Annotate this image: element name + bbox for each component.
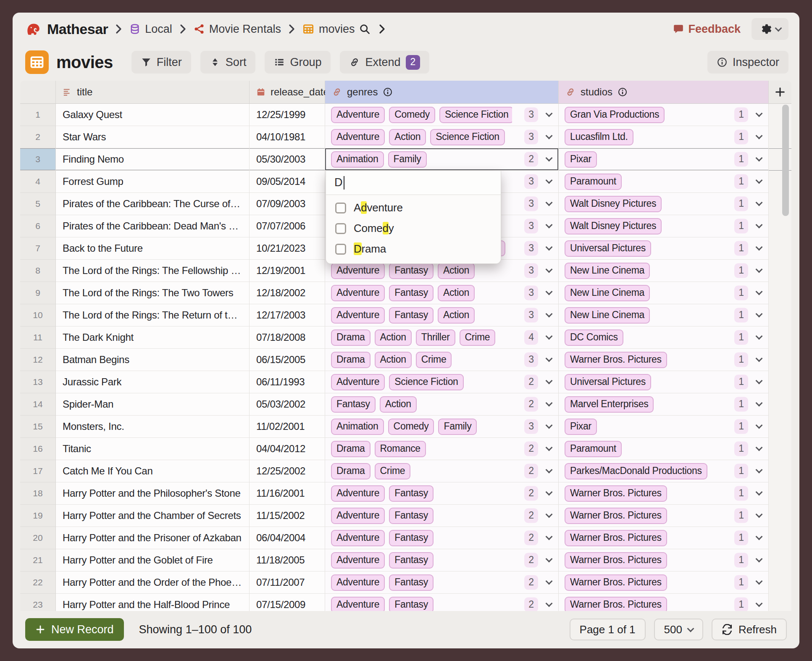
release-date-cell[interactable]: 11/16/2001 <box>250 482 325 505</box>
release-date-cell[interactable]: 11/15/2002 <box>250 505 325 527</box>
chevron-down-icon[interactable] <box>756 556 763 563</box>
chevron-down-icon[interactable] <box>756 132 763 140</box>
row-number-cell[interactable]: 14 <box>20 393 56 416</box>
row-number-cell[interactable]: 2 <box>20 126 56 148</box>
chevron-down-icon[interactable] <box>546 466 553 474</box>
title-cell[interactable]: Batman Begins <box>56 349 250 371</box>
chevron-down-icon[interactable] <box>756 578 763 585</box>
title-cell[interactable]: The Dark Knight <box>56 327 250 349</box>
studios-cell[interactable]: Paramount 1 <box>559 171 769 193</box>
table-search-icon[interactable] <box>359 23 371 35</box>
title-cell[interactable]: Harry Potter and the Chamber of Secrets <box>56 505 250 527</box>
genres-cell[interactable]: AnimationComedyFamily 3 <box>325 416 559 438</box>
title-cell[interactable]: Pirates of the Caribbean: The Curse of t… <box>56 193 250 215</box>
studios-cell[interactable]: Pixar 1 <box>559 416 769 438</box>
chevron-down-icon[interactable] <box>756 355 763 362</box>
genres-cell[interactable]: AdventureFantasy 2 <box>325 594 559 611</box>
dropdown-search-input[interactable]: D <box>326 171 501 195</box>
breadcrumb-expand-chevron-icon[interactable] <box>377 24 386 34</box>
chevron-down-icon[interactable] <box>756 489 763 496</box>
extend-button[interactable]: Extend 2 <box>340 51 429 74</box>
studios-cell[interactable]: Warner Bros. Pictures 1 <box>559 549 769 571</box>
chevron-down-icon[interactable] <box>546 244 553 251</box>
release-date-cell[interactable]: 07/09/2003 <box>250 193 325 215</box>
chevron-down-icon[interactable] <box>546 311 553 318</box>
chevron-down-icon[interactable] <box>546 288 553 295</box>
chevron-down-icon[interactable] <box>546 511 553 518</box>
title-cell[interactable]: Jurassic Park <box>56 371 250 393</box>
row-number-cell[interactable]: 18 <box>20 482 56 505</box>
chevron-down-icon[interactable] <box>546 199 553 206</box>
row-number-cell[interactable]: 7 <box>20 237 56 260</box>
chevron-down-icon[interactable] <box>546 444 553 451</box>
release-date-cell[interactable]: 12/25/2002 <box>250 460 325 482</box>
chevron-down-icon[interactable] <box>756 110 763 117</box>
refresh-button[interactable]: Refresh <box>712 619 787 640</box>
chevron-down-icon[interactable] <box>756 466 763 474</box>
release-date-cell[interactable]: 12/17/2003 <box>250 304 325 327</box>
column-header-genres[interactable]: genres <box>325 81 559 104</box>
studios-cell[interactable]: Warner Bros. Pictures 1 <box>559 594 769 611</box>
breadcrumb-table[interactable]: movies <box>302 23 355 36</box>
title-cell[interactable]: The Lord of the Rings: The Fellowship of… <box>56 260 250 282</box>
option-checkbox[interactable] <box>335 244 346 255</box>
title-cell[interactable]: Back to the Future <box>56 237 250 260</box>
chevron-down-icon[interactable] <box>546 489 553 496</box>
breadcrumb-schema[interactable]: Movie Rentals <box>193 23 281 36</box>
info-icon[interactable] <box>618 87 628 97</box>
row-number-cell[interactable]: 1 <box>20 104 56 126</box>
title-cell[interactable]: The Lord of the Rings: The Two Towers <box>56 282 250 304</box>
title-cell[interactable]: Harry Potter and the Prisoner of Azkaban <box>56 527 250 549</box>
release-date-cell[interactable]: 11/02/2001 <box>250 416 325 438</box>
release-date-cell[interactable]: 12/25/1999 <box>250 104 325 126</box>
genres-cell[interactable]: DramaRomance 2 <box>325 438 559 460</box>
studios-cell[interactable]: New Line Cinema 1 <box>559 260 769 282</box>
studios-cell[interactable]: Universal Pictures 1 <box>559 237 769 260</box>
sort-button[interactable]: Sort <box>200 51 256 74</box>
chevron-down-icon[interactable] <box>546 110 553 117</box>
chevron-down-icon[interactable] <box>756 221 763 229</box>
row-number-cell[interactable]: 6 <box>20 215 56 237</box>
dropdown-option[interactable]: Adventure <box>326 198 501 218</box>
title-cell[interactable]: Harry Potter and the Goblet of Fire <box>56 549 250 571</box>
row-number-cell[interactable]: 19 <box>20 505 56 527</box>
row-number-cell[interactable]: 3 <box>20 148 56 171</box>
title-cell[interactable]: Catch Me If You Can <box>56 460 250 482</box>
chevron-down-icon[interactable] <box>756 511 763 518</box>
genres-cell[interactable]: AdventureComedyScience Fiction 3 <box>325 104 559 126</box>
genres-cell[interactable]: FantasyAction 2 <box>325 393 559 416</box>
release-date-cell[interactable]: 07/07/2006 <box>250 215 325 237</box>
genres-cell[interactable]: DramaActionThrillerCrime 4 <box>325 327 559 349</box>
studios-cell[interactable]: Warner Bros. Pictures 1 <box>559 571 769 594</box>
studios-cell[interactable]: Lucasfilm Ltd. 1 <box>559 126 769 148</box>
breadcrumb-database[interactable]: Local <box>129 23 172 36</box>
studios-cell[interactable]: Pixar 1 <box>559 148 769 171</box>
chevron-down-icon[interactable] <box>546 177 553 184</box>
studios-cell[interactable]: Warner Bros. Pictures 1 <box>559 505 769 527</box>
title-cell[interactable]: Spider-Man <box>56 393 250 416</box>
chevron-down-icon[interactable] <box>756 377 763 384</box>
studios-cell[interactable]: Universal Pictures 1 <box>559 371 769 393</box>
studios-cell[interactable]: Marvel Enterprises 1 <box>559 393 769 416</box>
vertical-scrollbar-thumb[interactable] <box>782 105 789 216</box>
row-number-cell[interactable]: 9 <box>20 282 56 304</box>
chevron-down-icon[interactable] <box>546 221 553 229</box>
release-date-cell[interactable]: 06/11/1993 <box>250 371 325 393</box>
chevron-down-icon[interactable] <box>546 377 553 384</box>
chevron-down-icon[interactable] <box>546 600 553 607</box>
chevron-down-icon[interactable] <box>546 400 553 407</box>
dropdown-option[interactable]: Comedy <box>326 218 501 239</box>
release-date-cell[interactable]: 09/05/2014 <box>250 171 325 193</box>
genres-cell[interactable]: AdventureFantasy 2 <box>325 527 559 549</box>
title-cell[interactable]: Galaxy Quest <box>56 104 250 126</box>
studios-cell[interactable]: Walt Disney Pictures 1 <box>559 215 769 237</box>
brand[interactable]: Mathesar <box>25 21 108 37</box>
dropdown-option[interactable]: Drama <box>326 239 501 259</box>
chevron-down-icon[interactable] <box>756 400 763 407</box>
row-number-cell[interactable]: 22 <box>20 571 56 594</box>
row-number-cell[interactable]: 8 <box>20 260 56 282</box>
chevron-down-icon[interactable] <box>546 533 553 540</box>
chevron-down-icon[interactable] <box>756 177 763 184</box>
filter-button[interactable]: Filter <box>131 51 191 74</box>
title-cell[interactable]: Titanic <box>56 438 250 460</box>
